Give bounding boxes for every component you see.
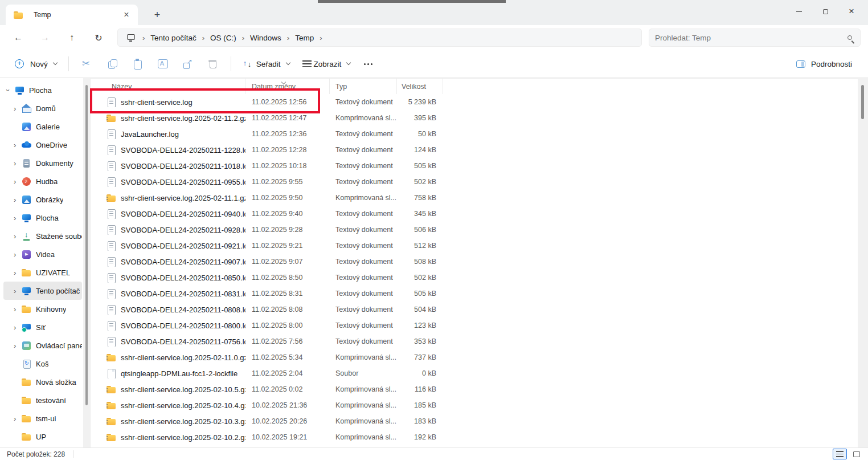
tree-chevron-icon[interactable] [14,159,22,168]
column-header-name[interactable]: Název [91,79,245,94]
file-row[interactable]: SVOBODA-DELL24-20250211-0808.log 11.02.2… [91,302,858,317]
file-row[interactable]: sshr-client-service.log.2025-02-10.5.gz … [91,381,858,397]
sidebar-item[interactable]: UP [3,428,82,446]
icons-view-toggle[interactable] [849,449,863,459]
file-row[interactable]: sshr-client-service.log.2025-02-10.4.gz … [91,397,858,413]
file-row[interactable]: SVOBODA-DELL24-20250211-1018.log 11.02.2… [91,158,858,174]
sidebar-item[interactable]: Koš [3,355,82,373]
refresh-button[interactable] [87,29,110,47]
sidebar-item[interactable]: Knihovny [3,300,82,318]
tree-chevron-icon[interactable] [14,414,22,423]
file-row[interactable]: SVOBODA-DELL24-20250211-0756.log 11.02.2… [91,333,858,349]
file-row[interactable]: SVOBODA-DELL24-20250211-0850.log 11.02.2… [91,270,858,286]
back-button[interactable] [7,29,30,47]
maximize-button[interactable] [812,2,838,21]
sidebar-item[interactable]: tsm-ui [3,409,82,428]
breadcrumb-item[interactable]: OS (C:) › [210,32,249,43]
file-row[interactable]: SVOBODA-DELL24-20250211-0907.log 11.02.2… [91,254,858,270]
column-header-size[interactable]: Velikost [397,79,443,94]
sidebar-item[interactable]: Hudba [3,172,82,190]
tree-chevron-icon[interactable] [14,104,22,113]
tree-chevron-icon[interactable] [7,86,15,95]
sort-button[interactable]: Seřadit [237,54,296,74]
tree-chevron-icon[interactable] [14,214,22,222]
new-tab-button[interactable] [148,6,166,24]
cut-button[interactable] [75,54,100,74]
file-row[interactable]: SVOBODA-DELL24-20250211-0940.log 11.02.2… [91,206,858,222]
tree-chevron-icon[interactable] [14,177,22,186]
breadcrumb-item[interactable]: Tento počítač › [150,32,210,43]
sidebar-item[interactable]: Plocha [3,81,82,99]
paste-button[interactable] [125,54,150,74]
close-button[interactable] [838,2,865,21]
view-button[interactable]: Zobrazit [296,54,357,74]
file-row[interactable]: SVOBODA-DELL24-20250211-0928.log 11.02.2… [91,222,858,238]
sidebar-scrollbar[interactable] [83,78,90,447]
sidebar-scrollbar-thumb[interactable] [85,85,88,405]
rename-button[interactable] [150,54,175,74]
sidebar-item[interactable]: Nová složka [3,373,82,391]
sidebar-item[interactable]: Ovládací pane [3,336,82,355]
file-row[interactable]: sshr-client-service.log.2025-02-10.3.gz … [91,413,858,429]
tree-chevron-icon[interactable] [14,305,22,314]
sidebar-item[interactable]: Plocha [3,209,82,227]
tree-chevron-icon[interactable] [14,250,22,259]
more-options-button[interactable] [356,54,381,74]
forward-button[interactable] [34,29,56,47]
tree-chevron-icon[interactable] [14,141,22,149]
sidebar-item[interactable]: Síť [3,318,82,336]
details-pane-button[interactable]: Podrobnosti [791,54,859,74]
new-button[interactable]: Nový [9,54,63,74]
column-header-date[interactable]: Datum změny [245,79,330,94]
up-button[interactable] [60,29,83,47]
sidebar-item[interactable]: Tento počítač [3,282,82,300]
file-row[interactable]: JavaLauncher.log 11.02.2025 12:36 Textov… [91,126,858,142]
delete-button[interactable] [200,54,225,74]
file-type: Textový dokument [330,290,397,298]
column-header-type[interactable]: Typ [330,79,397,94]
file-row[interactable]: SVOBODA-DELL24-20250211-0955.log 11.02.2… [91,174,858,190]
breadcrumb-item[interactable]: Windows › [249,32,294,43]
details-view-toggle[interactable] [833,449,847,459]
share-button[interactable] [175,54,200,74]
sidebar-item[interactable]: testování [3,391,82,409]
copy-button[interactable] [100,54,125,74]
tree-chevron-icon[interactable] [14,323,22,332]
breadcrumb-item[interactable]: Temp › [294,32,327,43]
sidebar-item[interactable]: Dokumenty [3,154,82,172]
tab-close-icon[interactable] [121,9,132,21]
sidebar-item[interactable]: UZIVATEL [3,263,82,282]
breadcrumb-bar[interactable]: › Tento počítač › OS (C:) › Windows [117,29,642,47]
search-input[interactable] [655,34,847,42]
file-name: qtsingleapp-DPMLau-fcc1-2-lockfile [121,369,238,378]
sidebar-item[interactable]: Stažené soubo [3,227,82,245]
list-scrollbar[interactable] [858,78,868,447]
file-row[interactable]: sshr-client-service.log.2025-02-10.2.gz … [91,429,858,445]
breadcrumb-separator: › [242,34,244,42]
file-row[interactable]: sshr-client-service.log.2025-02-11.2.gz … [91,110,858,126]
file-row[interactable]: SVOBODA-DELL24-20250211-1228.log 11.02.2… [91,142,858,158]
search-box[interactable] [649,29,861,47]
tree-chevron-icon[interactable] [14,196,22,204]
sidebar-item[interactable]: Domů [3,99,82,117]
file-row[interactable]: SVOBODA-DELL24-20250211-0831.log 11.02.2… [91,286,858,302]
sidebar-item[interactable]: Galerie [3,117,82,136]
file-row[interactable]: SVOBODA-DELL24-20250211-0921.log 11.02.2… [91,238,858,254]
tree-chevron-icon[interactable] [14,268,22,277]
tree-chevron-icon[interactable] [14,341,22,350]
file-row[interactable]: sshr-client-service.log.2025-02-11.1.gz … [91,190,858,206]
sidebar-item[interactable]: Videa [3,245,82,263]
minimize-button[interactable] [786,2,812,21]
file-row[interactable]: qtsingleapp-DPMLau-fcc1-2-lockfile 11.02… [91,365,858,381]
file-row[interactable]: SVOBODA-DELL24-20250211-0800.log 11.02.2… [91,317,858,333]
tab-temp[interactable]: Temp [6,5,138,25]
file-row[interactable]: sshr-client-service.log 11.02.2025 12:56… [91,94,858,110]
sidebar-item-icon [22,104,31,113]
sidebar-item[interactable]: Obrázky [3,190,82,209]
sidebar-item-icon [22,213,31,223]
list-scrollbar-thumb[interactable] [861,85,864,119]
sidebar-item[interactable]: OneDrive [3,136,82,154]
tree-chevron-icon[interactable] [14,287,22,295]
tree-chevron-icon[interactable] [14,232,22,241]
file-row[interactable]: sshr-client-service.log.2025-02-11.0.gz … [91,349,858,365]
